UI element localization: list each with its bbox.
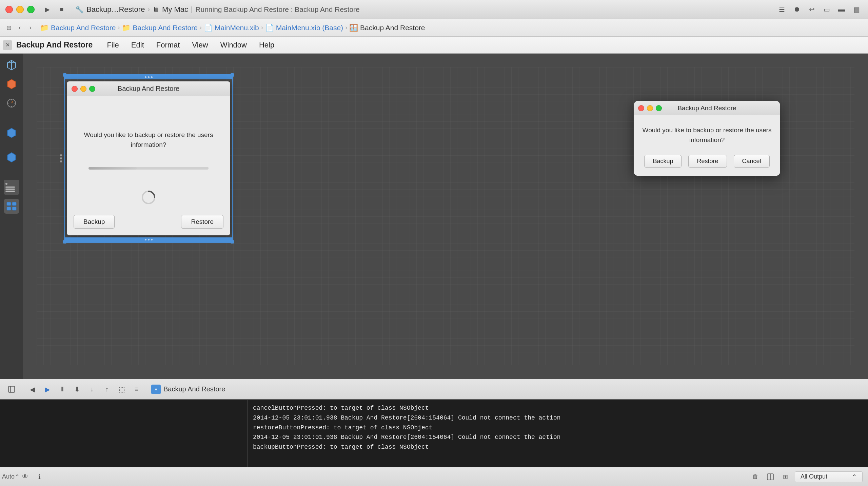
- canvas-grid: Backup And Restore Would you like to bac…: [37, 67, 854, 365]
- svg-rect-14: [7, 207, 11, 210]
- menu-format[interactable]: Format: [150, 39, 186, 52]
- dialog-cancel-btn[interactable]: Cancel: [734, 155, 770, 168]
- breadcrumb-back-btn[interactable]: ‹: [15, 23, 24, 33]
- title-max-btn[interactable]: [27, 6, 35, 13]
- status-right: 🗑 ⊞ All Output ⌃: [750, 471, 863, 482]
- status-info-btn[interactable]: ℹ: [34, 471, 45, 482]
- debug-thread-btn[interactable]: ≡: [131, 383, 143, 395]
- menu-edit[interactable]: Edit: [125, 39, 150, 52]
- svg-rect-13: [12, 202, 16, 206]
- split-btn[interactable]: ▭: [821, 3, 833, 16]
- sidebar: [0, 54, 23, 379]
- title-bar-controls: ▶ ■: [41, 3, 68, 16]
- resize-tl[interactable]: [63, 73, 66, 77]
- console-line-2: 2014-12-05 23:01:01.938 Backup And Resto…: [253, 413, 863, 423]
- breadcrumb-label-2: Backup And Restore: [133, 24, 197, 32]
- ib-progress-bar: [88, 167, 209, 170]
- debug-step-over-btn[interactable]: ⬇: [71, 383, 83, 395]
- status-auto-btn[interactable]: Auto ⌃: [5, 471, 16, 482]
- title-sep2: |: [191, 5, 193, 13]
- svg-rect-12: [7, 202, 11, 206]
- title-close-btn[interactable]: [5, 6, 13, 13]
- title-sep1: ›: [147, 5, 150, 13]
- sidebar-icon-storyboard[interactable]: [4, 199, 19, 214]
- dialog-close-btn[interactable]: [638, 105, 644, 111]
- debug-btn[interactable]: ⏺: [791, 3, 803, 16]
- dialog-backup-btn[interactable]: Backup: [644, 155, 682, 168]
- app-title: Backup…Restore: [86, 5, 145, 14]
- toolbar-sep-2: [147, 385, 147, 394]
- debug-step-out-btn[interactable]: ↑: [101, 383, 113, 395]
- ib-window-container: Backup And Restore Would you like to bac…: [64, 74, 233, 243]
- status-eye-btn[interactable]: 👁: [20, 471, 31, 482]
- svg-line-9: [12, 101, 13, 103]
- ib-restore-btn[interactable]: Restore: [181, 215, 223, 229]
- menu-window[interactable]: Window: [214, 39, 253, 52]
- sidebar-icon-cube-blue-2[interactable]: [4, 150, 19, 165]
- menu-file[interactable]: File: [101, 39, 125, 52]
- ib-spinner: [141, 190, 156, 205]
- ib-min-btn[interactable]: [80, 86, 86, 92]
- status-expand-btn[interactable]: ⊞: [780, 471, 791, 482]
- ib-traffic-lights: [72, 86, 95, 92]
- dialog-restore-btn[interactable]: Restore: [688, 155, 727, 168]
- version-btn[interactable]: ▤: [850, 3, 863, 16]
- title-min-btn[interactable]: [16, 6, 24, 13]
- console-line-4: 2014-12-05 23:01:01.938 Backup And Resto…: [253, 432, 863, 442]
- run-btn[interactable]: ▶: [41, 3, 54, 16]
- breadcrumb-icon-5: 🪟: [349, 24, 358, 32]
- title-bar-right: ☰ ⏺ ↩ ▭ ▬ ▤: [776, 3, 863, 16]
- debug-nav-btn-2[interactable]: ▶: [41, 383, 53, 395]
- stop-btn[interactable]: ■: [56, 3, 68, 16]
- breadcrumb-fwd-btn[interactable]: ›: [26, 23, 35, 33]
- ib-dots-bottom: [65, 237, 232, 242]
- bottom-app-icon: A: [151, 385, 161, 394]
- ib-close-btn[interactable]: [72, 86, 78, 92]
- layout-list-btn[interactable]: ☰: [776, 3, 788, 16]
- ib-max-btn[interactable]: [89, 86, 95, 92]
- dialog-max-btn[interactable]: [656, 105, 662, 111]
- debug-step-into-btn[interactable]: ↓: [86, 383, 98, 395]
- breadcrumb-icon-2: 📁: [122, 24, 131, 32]
- dialog-window: Backup And Restore Would you like to bac…: [634, 101, 780, 176]
- status-filter-dropdown[interactable]: All Output ⌃: [795, 471, 863, 482]
- console-output: cancelButtonPressed: to target of class …: [248, 400, 868, 467]
- menu-app-title: Backup And Restore: [16, 40, 93, 50]
- sidebar-icon-cube-blue[interactable]: [4, 125, 19, 140]
- dialog-min-btn[interactable]: [647, 105, 653, 111]
- sidebar-icon-cube-orange[interactable]: [4, 77, 19, 92]
- menu-help[interactable]: Help: [253, 39, 280, 52]
- status-auto-label: Auto: [2, 473, 15, 480]
- console-left-panel: [0, 400, 248, 467]
- menu-close-btn[interactable]: ✕: [3, 40, 12, 50]
- breadcrumb-grid-btn[interactable]: ⊞: [4, 23, 14, 33]
- menu-bar: ✕ Backup And Restore File Edit Format Vi…: [0, 37, 868, 54]
- ib-backup-btn[interactable]: Backup: [74, 215, 115, 229]
- breadcrumb-item-3[interactable]: 📄 MainMenu.xib: [204, 24, 259, 32]
- resize-bl[interactable]: [63, 240, 66, 244]
- status-filter-label: All Output: [801, 473, 827, 480]
- sidebar-icon-list[interactable]: [4, 180, 19, 195]
- resize-tr[interactable]: [231, 73, 234, 77]
- debug-nav-btn-1[interactable]: ◀: [26, 383, 38, 395]
- panel-left-btn[interactable]: [5, 383, 18, 395]
- breadcrumb-label-1: Backup And Restore: [51, 24, 116, 32]
- bottom-toolbar: ◀ ▶ ⏸ ⬇ ↓ ↑ ⬚ ≡ A Backup And Restore: [0, 379, 868, 399]
- breadcrumb-item-5[interactable]: 🪟 Backup And Restore: [349, 24, 425, 32]
- title-bar: ▶ ■ 🔧 Backup…Restore › 🖥 My Mac | Runnin…: [0, 0, 868, 19]
- breadcrumb-item-2[interactable]: 📁 Backup And Restore: [122, 24, 197, 32]
- assistant-btn[interactable]: ▬: [835, 3, 848, 16]
- debug-pause-btn[interactable]: ⏸: [56, 383, 68, 395]
- back-btn[interactable]: ↩: [806, 3, 818, 16]
- sidebar-icon-instrument[interactable]: [4, 96, 19, 111]
- status-trash-btn[interactable]: 🗑: [750, 471, 761, 482]
- debug-view-btn[interactable]: ⬚: [116, 383, 128, 395]
- status-split-view-btn[interactable]: [765, 471, 776, 482]
- breadcrumb-icon-3: 📄: [204, 24, 213, 32]
- resize-br[interactable]: [231, 240, 234, 244]
- sidebar-icon-cube-outline[interactable]: [4, 58, 19, 73]
- breadcrumb-item-4[interactable]: 📄 MainMenu.xib (Base): [265, 24, 343, 32]
- machine-title: My Mac: [162, 5, 188, 14]
- breadcrumb-item-1[interactable]: 📁 Backup And Restore: [40, 24, 116, 32]
- menu-view[interactable]: View: [186, 39, 214, 52]
